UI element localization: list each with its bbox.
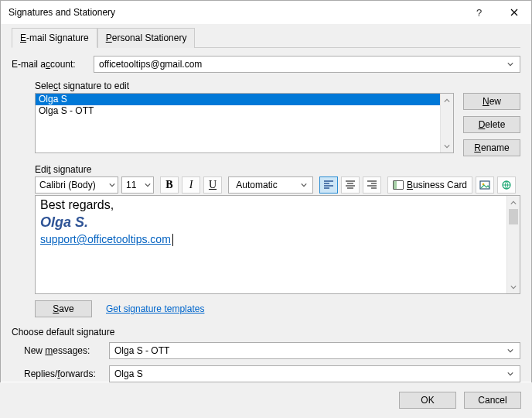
list-item[interactable]: Olga S - OTT xyxy=(36,105,440,117)
align-center-button[interactable] xyxy=(341,176,360,194)
window-controls: ? xyxy=(462,1,531,24)
close-icon xyxy=(510,7,518,19)
business-card-button[interactable]: Business Card xyxy=(387,176,472,194)
align-center-icon xyxy=(344,179,356,191)
new-messages-label: New messages: xyxy=(24,345,104,356)
bold-icon: B xyxy=(165,179,172,191)
font-family-combo[interactable]: Calibri (Body) xyxy=(35,176,118,194)
ok-button[interactable]: OK xyxy=(399,392,456,409)
cancel-button[interactable]: Cancel xyxy=(464,392,521,409)
dialog-content: E-mail Signature Personal Stationery E-m… xyxy=(1,24,531,382)
font-size-combo[interactable]: 11 xyxy=(121,176,154,194)
italic-button[interactable]: I xyxy=(182,176,200,194)
editor-line-1: Best regards, xyxy=(40,197,502,214)
editor-line-2: Olga S. xyxy=(40,214,502,231)
signature-editor[interactable]: Best regards, Olga S. support@officetool… xyxy=(36,196,506,293)
new-button[interactable]: New xyxy=(463,93,520,110)
signature-toolbar: Calibri (Body) 11 B I U Automatic Busine… xyxy=(35,176,520,194)
bold-button[interactable]: B xyxy=(160,176,179,194)
dialog-footer: OK Cancel xyxy=(0,382,532,418)
window-title: Signatures and Stationery xyxy=(9,7,115,18)
list-item[interactable]: Olga S xyxy=(36,94,440,105)
rename-button[interactable]: Rename xyxy=(463,139,520,156)
underline-icon: U xyxy=(209,179,217,191)
get-templates-link[interactable]: Get signature templates xyxy=(106,303,204,314)
new-messages-combo[interactable]: Olga S - OTT xyxy=(109,342,520,359)
replies-forwards-combo[interactable]: Olga S xyxy=(109,365,520,382)
italic-icon: I xyxy=(189,179,193,191)
chevron-down-icon xyxy=(504,368,517,380)
replies-forwards-label: Replies/forwards: xyxy=(24,368,104,379)
align-right-button[interactable] xyxy=(363,176,381,194)
align-right-icon xyxy=(366,179,378,191)
tab-strip: E-mail Signature Personal Stationery xyxy=(12,27,520,48)
title-bar: Signatures and Stationery ? xyxy=(1,1,531,24)
delete-button[interactable]: Delete xyxy=(463,116,520,133)
insert-hyperlink-icon xyxy=(500,179,513,191)
help-icon: ? xyxy=(476,7,482,19)
choose-default-heading: Choose default signature xyxy=(12,327,520,337)
editor-line-3: support@officetooltips.com xyxy=(40,233,171,245)
email-account-combo[interactable]: officetooltips@gmail.com xyxy=(94,56,520,73)
insert-picture-icon xyxy=(479,179,491,191)
scroll-thumb[interactable] xyxy=(509,209,518,224)
signature-listbox[interactable]: Olga S Olga S - OTT xyxy=(35,93,454,153)
scroll-down-icon[interactable] xyxy=(441,139,453,152)
scroll-up-icon[interactable] xyxy=(507,196,520,209)
tab-personal-stationery[interactable]: Personal Stationery xyxy=(97,28,196,48)
help-button[interactable]: ? xyxy=(462,1,496,24)
align-left-icon xyxy=(322,179,335,191)
save-button[interactable]: Save xyxy=(35,300,92,317)
signature-editor-wrap: Best regards, Olga S. support@officetool… xyxy=(35,195,520,294)
chevron-down-icon xyxy=(301,180,307,190)
chevron-down-icon xyxy=(504,58,517,70)
scrollbar-vertical[interactable] xyxy=(440,94,453,152)
underline-button[interactable]: U xyxy=(203,176,222,194)
business-card-icon xyxy=(393,180,404,190)
editor-scrollbar[interactable] xyxy=(506,196,520,293)
text-cursor xyxy=(172,234,173,246)
select-signature-label: Select signature to edit xyxy=(35,81,520,91)
scroll-down-icon[interactable] xyxy=(507,280,520,293)
chevron-down-icon xyxy=(109,180,115,190)
insert-picture-button[interactable] xyxy=(476,176,494,194)
close-button[interactable] xyxy=(496,1,531,24)
insert-hyperlink-button[interactable] xyxy=(497,176,516,194)
scroll-up-icon[interactable] xyxy=(441,94,453,107)
tab-email-signature[interactable]: E-mail Signature xyxy=(12,28,97,48)
chevron-down-icon xyxy=(504,344,517,357)
edit-signature-label: Edit signature xyxy=(35,164,520,175)
email-account-value: officetooltips@gmail.com xyxy=(99,59,202,70)
font-color-combo[interactable]: Automatic xyxy=(228,176,313,194)
align-left-button[interactable] xyxy=(319,176,338,194)
email-account-label: E-mail account: xyxy=(12,59,89,70)
chevron-down-icon xyxy=(145,180,151,190)
